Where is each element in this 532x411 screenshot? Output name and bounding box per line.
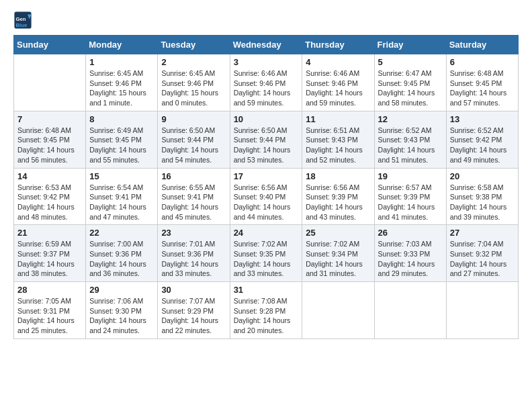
day-cell: 27Sunrise: 7:04 AM Sunset: 9:32 PM Dayli… <box>446 225 518 282</box>
day-cell <box>374 282 446 339</box>
day-number: 1 <box>89 57 154 67</box>
day-info: Sunrise: 6:50 AM Sunset: 9:44 PM Dayligh… <box>161 126 226 165</box>
day-info: Sunrise: 7:05 AM Sunset: 9:31 PM Dayligh… <box>17 296 82 336</box>
day-number: 30 <box>161 285 226 295</box>
day-number: 29 <box>89 285 154 295</box>
day-header-wednesday: Wednesday <box>230 36 302 54</box>
day-cell: 15Sunrise: 6:54 AM Sunset: 9:41 PM Dayli… <box>86 168 158 225</box>
day-cell: 21Sunrise: 6:59 AM Sunset: 9:37 PM Dayli… <box>14 225 86 282</box>
day-number: 14 <box>17 171 82 181</box>
day-cell: 5Sunrise: 6:47 AM Sunset: 9:45 PM Daylig… <box>374 54 446 111</box>
day-number: 28 <box>17 285 82 295</box>
day-cell: 8Sunrise: 6:49 AM Sunset: 9:45 PM Daylig… <box>86 111 158 168</box>
day-cell: 10Sunrise: 6:50 AM Sunset: 9:44 PM Dayli… <box>230 111 302 168</box>
day-info: Sunrise: 7:02 AM Sunset: 9:35 PM Dayligh… <box>234 239 299 279</box>
week-row-2: 7Sunrise: 6:48 AM Sunset: 9:45 PM Daylig… <box>14 111 519 168</box>
day-info: Sunrise: 6:49 AM Sunset: 9:45 PM Dayligh… <box>89 126 154 165</box>
day-number: 31 <box>234 285 299 295</box>
day-info: Sunrise: 6:55 AM Sunset: 9:41 PM Dayligh… <box>161 183 226 222</box>
day-number: 3 <box>234 57 299 67</box>
day-cell: 25Sunrise: 7:02 AM Sunset: 9:34 PM Dayli… <box>302 225 374 282</box>
day-number: 22 <box>89 228 154 238</box>
day-number: 17 <box>234 171 299 181</box>
day-info: Sunrise: 6:56 AM Sunset: 9:40 PM Dayligh… <box>234 183 299 222</box>
day-cell: 14Sunrise: 6:53 AM Sunset: 9:42 PM Dayli… <box>14 168 86 225</box>
day-number: 20 <box>450 171 515 181</box>
week-row-3: 14Sunrise: 6:53 AM Sunset: 9:42 PM Dayli… <box>14 168 519 225</box>
day-cell: 24Sunrise: 7:02 AM Sunset: 9:35 PM Dayli… <box>230 225 302 282</box>
day-number: 9 <box>161 114 226 124</box>
day-info: Sunrise: 6:59 AM Sunset: 9:37 PM Dayligh… <box>17 239 82 279</box>
day-cell: 30Sunrise: 7:07 AM Sunset: 9:29 PM Dayli… <box>158 282 230 339</box>
day-cell: 6Sunrise: 6:48 AM Sunset: 9:45 PM Daylig… <box>446 54 518 111</box>
day-number: 6 <box>450 57 515 67</box>
day-cell: 2Sunrise: 6:45 AM Sunset: 9:46 PM Daylig… <box>158 54 230 111</box>
day-info: Sunrise: 7:08 AM Sunset: 9:28 PM Dayligh… <box>234 296 299 336</box>
day-number: 26 <box>378 228 443 238</box>
calendar-table: SundayMondayTuesdayWednesdayThursdayFrid… <box>13 35 519 339</box>
logo-icon: Gen Blue <box>13 11 32 30</box>
day-header-friday: Friday <box>374 36 446 54</box>
day-number: 27 <box>450 228 515 238</box>
day-cell: 31Sunrise: 7:08 AM Sunset: 9:28 PM Dayli… <box>230 282 302 339</box>
day-info: Sunrise: 6:56 AM Sunset: 9:39 PM Dayligh… <box>306 183 370 222</box>
day-header-saturday: Saturday <box>446 36 518 54</box>
day-cell: 26Sunrise: 7:03 AM Sunset: 9:33 PM Dayli… <box>374 225 446 282</box>
day-info: Sunrise: 7:06 AM Sunset: 9:30 PM Dayligh… <box>89 296 154 336</box>
day-info: Sunrise: 6:52 AM Sunset: 9:42 PM Dayligh… <box>450 126 515 165</box>
page-header: Gen Blue <box>13 11 519 30</box>
svg-text:Gen: Gen <box>16 16 26 22</box>
day-number: 19 <box>378 171 443 181</box>
day-info: Sunrise: 6:45 AM Sunset: 9:46 PM Dayligh… <box>89 68 154 108</box>
day-cell: 12Sunrise: 6:52 AM Sunset: 9:43 PM Dayli… <box>374 111 446 168</box>
day-number: 5 <box>378 57 443 67</box>
day-info: Sunrise: 7:04 AM Sunset: 9:32 PM Dayligh… <box>450 239 515 279</box>
day-cell: 17Sunrise: 6:56 AM Sunset: 9:40 PM Dayli… <box>230 168 302 225</box>
day-cell: 19Sunrise: 6:57 AM Sunset: 9:39 PM Dayli… <box>374 168 446 225</box>
day-cell: 22Sunrise: 7:00 AM Sunset: 9:36 PM Dayli… <box>86 225 158 282</box>
day-info: Sunrise: 7:01 AM Sunset: 9:36 PM Dayligh… <box>161 239 226 279</box>
day-info: Sunrise: 6:52 AM Sunset: 9:43 PM Dayligh… <box>378 126 443 165</box>
day-header-thursday: Thursday <box>302 36 374 54</box>
day-info: Sunrise: 6:54 AM Sunset: 9:41 PM Dayligh… <box>89 183 154 222</box>
day-number: 2 <box>161 57 226 67</box>
day-number: 8 <box>89 114 154 124</box>
week-row-5: 28Sunrise: 7:05 AM Sunset: 9:31 PM Dayli… <box>14 282 519 339</box>
day-number: 23 <box>161 228 226 238</box>
header-row: SundayMondayTuesdayWednesdayThursdayFrid… <box>14 36 519 54</box>
day-number: 15 <box>89 171 154 181</box>
day-cell <box>446 282 518 339</box>
day-info: Sunrise: 6:51 AM Sunset: 9:43 PM Dayligh… <box>306 126 370 165</box>
day-info: Sunrise: 6:58 AM Sunset: 9:38 PM Dayligh… <box>450 183 515 222</box>
day-number: 24 <box>234 228 299 238</box>
day-cell: 20Sunrise: 6:58 AM Sunset: 9:38 PM Dayli… <box>446 168 518 225</box>
day-cell: 23Sunrise: 7:01 AM Sunset: 9:36 PM Dayli… <box>158 225 230 282</box>
day-info: Sunrise: 6:50 AM Sunset: 9:44 PM Dayligh… <box>234 126 299 165</box>
svg-text:Blue: Blue <box>16 22 28 28</box>
day-header-monday: Monday <box>86 36 158 54</box>
day-number: 4 <box>306 57 370 67</box>
day-number: 11 <box>306 114 370 124</box>
day-info: Sunrise: 6:46 AM Sunset: 9:46 PM Dayligh… <box>234 68 299 108</box>
week-row-4: 21Sunrise: 6:59 AM Sunset: 9:37 PM Dayli… <box>14 225 519 282</box>
day-cell: 3Sunrise: 6:46 AM Sunset: 9:46 PM Daylig… <box>230 54 302 111</box>
day-cell: 9Sunrise: 6:50 AM Sunset: 9:44 PM Daylig… <box>158 111 230 168</box>
day-info: Sunrise: 6:47 AM Sunset: 9:45 PM Dayligh… <box>378 68 443 108</box>
day-number: 12 <box>378 114 443 124</box>
day-cell: 4Sunrise: 6:46 AM Sunset: 9:46 PM Daylig… <box>302 54 374 111</box>
day-cell: 13Sunrise: 6:52 AM Sunset: 9:42 PM Dayli… <box>446 111 518 168</box>
logo: Gen Blue <box>13 11 34 30</box>
day-number: 21 <box>17 228 82 238</box>
day-info: Sunrise: 6:48 AM Sunset: 9:45 PM Dayligh… <box>17 126 82 165</box>
day-cell: 16Sunrise: 6:55 AM Sunset: 9:41 PM Dayli… <box>158 168 230 225</box>
day-header-sunday: Sunday <box>14 36 86 54</box>
day-info: Sunrise: 6:45 AM Sunset: 9:46 PM Dayligh… <box>161 68 226 108</box>
day-info: Sunrise: 6:53 AM Sunset: 9:42 PM Dayligh… <box>17 183 82 222</box>
day-info: Sunrise: 7:07 AM Sunset: 9:29 PM Dayligh… <box>161 296 226 336</box>
day-cell <box>14 54 86 111</box>
day-number: 7 <box>17 114 82 124</box>
day-cell: 28Sunrise: 7:05 AM Sunset: 9:31 PM Dayli… <box>14 282 86 339</box>
day-info: Sunrise: 7:03 AM Sunset: 9:33 PM Dayligh… <box>378 239 443 279</box>
week-row-1: 1Sunrise: 6:45 AM Sunset: 9:46 PM Daylig… <box>14 54 519 111</box>
day-info: Sunrise: 6:48 AM Sunset: 9:45 PM Dayligh… <box>450 68 515 108</box>
